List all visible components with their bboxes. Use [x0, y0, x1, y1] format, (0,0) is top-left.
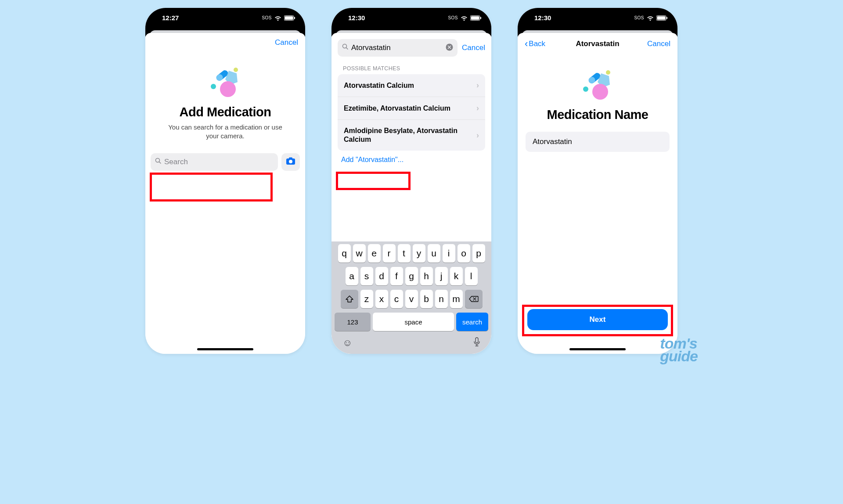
search-result-item[interactable]: Amlodipine Besylate, Atorvastatin Calciu… — [338, 120, 485, 151]
key-j[interactable]: j — [435, 267, 448, 285]
result-label: Ezetimibe, Atorvastatin Calcium — [344, 104, 454, 113]
key-k[interactable]: k — [450, 267, 463, 285]
search-icon — [342, 43, 349, 52]
key-g[interactable]: g — [405, 267, 418, 285]
svg-point-28 — [592, 84, 608, 100]
chevron-left-icon: ‹ — [525, 38, 528, 50]
watermark-logo: tom's guide — [660, 337, 698, 363]
battery-icon — [284, 15, 295, 21]
key-n[interactable]: n — [435, 290, 448, 308]
key-i[interactable]: i — [443, 244, 455, 263]
home-indicator[interactable] — [569, 348, 626, 350]
svg-point-7 — [220, 81, 236, 97]
key-x[interactable]: x — [375, 290, 388, 308]
watermark-line2: guide — [660, 350, 698, 363]
search-input[interactable]: Search — [151, 153, 278, 171]
clock: 12:27 — [162, 14, 179, 22]
medication-illustration-icon — [156, 66, 295, 101]
annotation-highlight — [150, 173, 273, 202]
page-heading: Medication Name — [528, 108, 667, 122]
back-label: Back — [529, 40, 545, 48]
svg-rect-22 — [657, 16, 666, 20]
key-m[interactable]: m — [450, 290, 463, 308]
clear-search-button[interactable] — [446, 43, 453, 52]
search-icon — [155, 158, 162, 166]
battery-icon — [470, 15, 482, 21]
section-header: POSSIBLE MATCHES — [331, 59, 491, 74]
svg-point-29 — [606, 70, 610, 75]
status-bar: 12:27 SOS — [145, 8, 305, 28]
search-value: Atorvastatin — [351, 43, 443, 52]
clock: 12:30 — [348, 14, 365, 22]
svg-rect-20 — [476, 338, 478, 343]
search-result-item[interactable]: Atorvastatin Calcium › — [338, 74, 485, 97]
key-v[interactable]: v — [405, 290, 418, 308]
chevron-right-icon: › — [476, 81, 479, 90]
svg-rect-15 — [471, 16, 479, 20]
svg-point-3 — [211, 84, 216, 89]
sos-indicator: SOS — [262, 15, 272, 20]
key-s[interactable]: s — [360, 267, 373, 285]
back-button[interactable]: ‹ Back — [525, 38, 551, 50]
cancel-button[interactable]: Cancel — [272, 38, 298, 47]
svg-rect-2 — [294, 17, 295, 19]
result-label: Amlodipine Besylate, Atorvastatin Calciu… — [344, 126, 476, 144]
cancel-button[interactable]: Cancel — [644, 40, 670, 48]
key-r[interactable]: r — [383, 244, 396, 263]
wifi-icon — [461, 15, 468, 21]
key-y[interactable]: y — [413, 244, 425, 263]
key-d[interactable]: d — [375, 267, 388, 285]
result-label: Atorvastatin Calcium — [344, 81, 418, 90]
key-a[interactable]: a — [346, 267, 358, 285]
key-h[interactable]: h — [420, 267, 433, 285]
wifi-icon — [274, 15, 281, 21]
svg-rect-23 — [666, 17, 667, 19]
home-indicator[interactable] — [197, 348, 253, 350]
key-o[interactable]: o — [458, 244, 470, 263]
key-p[interactable]: p — [472, 244, 485, 263]
screen-1-add-medication: 12:27 SOS Cancel — [145, 8, 305, 354]
space-key[interactable]: space — [373, 313, 454, 331]
svg-line-10 — [159, 162, 161, 163]
search-key[interactable]: search — [456, 313, 488, 331]
next-button[interactable]: Next — [527, 309, 668, 330]
medication-illustration-icon — [528, 69, 667, 103]
numbers-key[interactable]: 123 — [335, 313, 371, 331]
svg-point-24 — [583, 86, 588, 92]
key-c[interactable]: c — [390, 290, 403, 308]
key-b[interactable]: b — [420, 290, 433, 308]
add-custom-button[interactable]: Add "Atorvastatin"... — [331, 151, 491, 164]
sos-indicator: SOS — [448, 15, 458, 20]
page-heading: Add Medication — [156, 105, 295, 119]
emoji-key[interactable]: ☺ — [342, 337, 352, 349]
search-results-list: Atorvastatin Calcium › Ezetimibe, Atorva… — [338, 74, 485, 151]
key-t[interactable]: t — [398, 244, 411, 263]
page-subtext: You can search for a medication or use y… — [156, 123, 295, 141]
key-l[interactable]: l — [465, 267, 478, 285]
microphone-key[interactable] — [473, 337, 480, 349]
sos-indicator: SOS — [634, 15, 644, 20]
key-z[interactable]: z — [360, 290, 373, 308]
camera-button[interactable] — [281, 153, 300, 171]
svg-line-18 — [346, 48, 348, 50]
key-u[interactable]: u — [428, 244, 440, 263]
key-w[interactable]: w — [353, 244, 366, 263]
clock: 12:30 — [534, 14, 551, 22]
chevron-right-icon: › — [476, 104, 479, 113]
key-f[interactable]: f — [390, 267, 403, 285]
key-q[interactable]: q — [338, 244, 351, 263]
search-result-item[interactable]: Ezetimibe, Atorvastatin Calcium › — [338, 97, 485, 120]
status-bar: 12:30 SOS — [518, 8, 677, 28]
medication-name-field[interactable]: Atorvastatin — [526, 132, 670, 152]
key-e[interactable]: e — [368, 244, 381, 263]
camera-icon — [286, 157, 295, 167]
cancel-button[interactable]: Cancel — [462, 43, 485, 52]
svg-point-12 — [289, 160, 292, 163]
backspace-key[interactable] — [465, 290, 483, 308]
wifi-icon — [647, 15, 654, 21]
shift-key[interactable] — [341, 290, 358, 308]
search-input[interactable]: Atorvastatin — [338, 39, 458, 57]
svg-rect-16 — [480, 17, 481, 19]
chevron-right-icon: › — [476, 131, 479, 140]
svg-rect-1 — [285, 16, 293, 20]
